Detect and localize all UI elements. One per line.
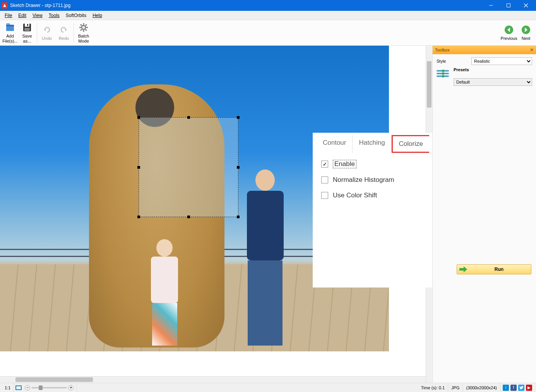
style-select[interactable]: Realistic bbox=[471, 57, 532, 65]
svg-rect-8 bbox=[27, 24, 28, 26]
colorize-settings-panel: Contour Hatching Colorize Enable Normali… bbox=[313, 133, 432, 288]
menubar: File Edit View Tools SoftOrbits Help bbox=[0, 11, 536, 20]
svg-rect-5 bbox=[6, 25, 14, 26]
tab-contour[interactable]: Contour bbox=[317, 135, 353, 153]
enable-checkbox[interactable]: Enable bbox=[321, 160, 432, 168]
toolbox-header: Toolbox ✕ bbox=[433, 46, 536, 54]
use-color-shift-checkbox[interactable]: Use Color Shift bbox=[321, 192, 432, 199]
statusbar: 1:1 − + Time (s): 0.1 JPG (3000x2000x24)… bbox=[0, 383, 536, 392]
save-icon bbox=[22, 22, 33, 33]
add-files-button[interactable]: Add File(s)... bbox=[2, 21, 19, 45]
svg-rect-1 bbox=[507, 4, 510, 7]
svg-rect-9 bbox=[24, 28, 30, 31]
menu-tools[interactable]: Tools bbox=[46, 12, 63, 19]
fit-to-screen-icon[interactable] bbox=[15, 385, 22, 390]
redo-button[interactable]: Redo bbox=[55, 21, 72, 45]
menu-help[interactable]: Help bbox=[89, 12, 105, 19]
checkbox-icon bbox=[321, 192, 328, 199]
normalize-histogram-checkbox[interactable]: Normalize Histogram bbox=[321, 176, 432, 184]
facebook-icon[interactable]: f bbox=[510, 385, 517, 391]
undo-icon bbox=[41, 24, 52, 35]
titlebar: Sketch Drawer - otp-1711.jpg bbox=[0, 0, 536, 11]
zoom-ratio[interactable]: 1:1 bbox=[2, 383, 14, 392]
svg-point-10 bbox=[82, 26, 86, 29]
previous-button[interactable]: Previous bbox=[500, 21, 517, 45]
checkbox-icon bbox=[321, 161, 328, 168]
checkbox-icon bbox=[321, 176, 328, 183]
next-icon bbox=[521, 24, 531, 35]
run-button[interactable]: Run bbox=[457, 264, 531, 274]
status-format: JPG bbox=[448, 383, 463, 392]
maximize-button[interactable] bbox=[500, 0, 517, 11]
tab-colorize[interactable]: Colorize bbox=[392, 135, 429, 153]
add-files-icon bbox=[5, 22, 15, 33]
svg-line-17 bbox=[86, 24, 87, 26]
info-icon[interactable]: i bbox=[503, 385, 509, 391]
redo-icon bbox=[58, 24, 69, 35]
menu-view[interactable]: View bbox=[29, 12, 46, 19]
canvas-area[interactable]: Contour Hatching Colorize Enable Normali… bbox=[0, 46, 432, 383]
workspace: Contour Hatching Colorize Enable Normali… bbox=[0, 46, 536, 383]
menu-softorbits[interactable]: SoftOrbits bbox=[63, 12, 89, 19]
zoom-slider[interactable] bbox=[32, 387, 67, 389]
gear-icon bbox=[78, 22, 89, 33]
undo-button[interactable]: Undo bbox=[38, 21, 55, 45]
menu-edit[interactable]: Edit bbox=[15, 12, 29, 19]
window-title: Sketch Drawer - otp-1711.jpg bbox=[10, 3, 482, 8]
svg-line-18 bbox=[80, 29, 82, 31]
svg-rect-4 bbox=[6, 26, 14, 31]
twitter-icon[interactable] bbox=[518, 385, 524, 391]
zoom-out-button[interactable]: − bbox=[25, 385, 30, 390]
close-button[interactable] bbox=[517, 0, 534, 11]
svg-line-15 bbox=[80, 24, 82, 26]
tab-hatching[interactable]: Hatching bbox=[353, 135, 391, 153]
save-as-button[interactable]: Save as... bbox=[19, 21, 36, 45]
app-icon bbox=[2, 2, 8, 9]
presets-select[interactable]: Default bbox=[454, 78, 532, 86]
toolbox-close-icon[interactable]: ✕ bbox=[530, 47, 534, 53]
run-arrow-icon bbox=[459, 266, 467, 272]
horizontal-scrollbar[interactable] bbox=[0, 376, 426, 383]
youtube-icon[interactable]: ▶ bbox=[526, 385, 532, 391]
toolbar: Add File(s)... Save as... Undo Redo Batc… bbox=[0, 20, 536, 46]
previous-icon bbox=[503, 24, 514, 35]
toolbox-panel: Toolbox ✕ Style Realistic Presets Defaul… bbox=[432, 46, 536, 383]
presets-label: Presets bbox=[454, 67, 532, 72]
status-dimensions: (3000x2000x24) bbox=[463, 383, 500, 392]
minimize-button[interactable] bbox=[482, 0, 500, 11]
selection-rectangle[interactable] bbox=[139, 117, 238, 217]
next-button[interactable]: Next bbox=[517, 21, 534, 45]
zoom-in-button[interactable]: + bbox=[68, 385, 74, 390]
menu-file[interactable]: File bbox=[2, 12, 15, 19]
batch-mode-button[interactable]: Batch Mode bbox=[75, 21, 92, 45]
sliders-icon bbox=[437, 69, 449, 78]
status-time: Time (s): 0.1 bbox=[418, 383, 448, 392]
svg-line-16 bbox=[86, 29, 87, 31]
style-label: Style bbox=[437, 59, 471, 63]
